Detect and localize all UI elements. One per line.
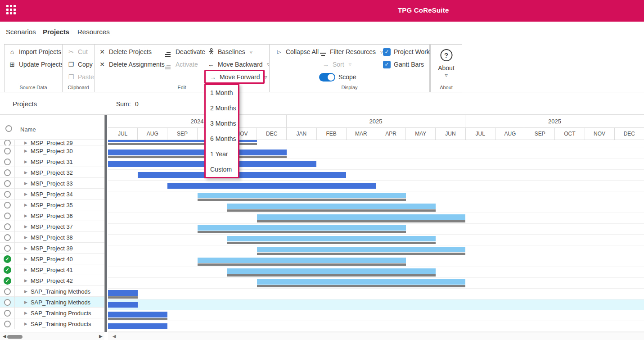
expand-triangle-icon[interactable]: ▶: [24, 289, 27, 294]
gantt-bar[interactable]: [198, 225, 406, 231]
gantt-bar[interactable]: [198, 193, 406, 198]
expand-triangle-icon[interactable]: ▶: [24, 322, 27, 326]
table-row[interactable]: ▶MSP_Project 33: [0, 178, 104, 189]
pane-splitter[interactable]: [104, 115, 107, 332]
menu-item[interactable]: 6 Months: [206, 131, 238, 146]
row-radio[interactable]: [4, 234, 11, 241]
gantt-row[interactable]: [108, 140, 644, 148]
about-button[interactable]: About: [431, 64, 462, 72]
gantt-row[interactable]: [108, 224, 644, 235]
gantt-bar[interactable]: [108, 323, 167, 329]
row-radio[interactable]: [4, 191, 11, 198]
menu-item[interactable]: 1 Month: [206, 85, 238, 100]
expand-triangle-icon[interactable]: ▶: [24, 257, 27, 261]
app-launcher-icon[interactable]: [6, 5, 18, 17]
tab-resources[interactable]: Resources: [77, 28, 110, 36]
gantt-h-scrollbar[interactable]: ◀: [108, 332, 644, 340]
update-projects-button[interactable]: ⊞ Update Projects: [9, 59, 64, 69]
select-all-radio[interactable]: [5, 125, 12, 132]
filter-resources-button[interactable]: Filter Resources ▽: [320, 47, 383, 57]
table-row[interactable]: ▶SAP_Training Products: [0, 308, 104, 318]
gantt-bar[interactable]: [227, 236, 436, 241]
expand-triangle-icon[interactable]: ▶: [24, 224, 27, 229]
expand-triangle-icon[interactable]: ▶: [24, 246, 27, 250]
gantt-bar[interactable]: [257, 214, 465, 220]
table-row[interactable]: ▶MSP_Project 30: [0, 145, 104, 156]
menu-item[interactable]: Custom: [206, 162, 238, 177]
table-row[interactable]: ▶MSP_Project 29: [0, 140, 104, 145]
toggle-on-icon[interactable]: [319, 73, 335, 82]
gantt-row[interactable]: [108, 321, 644, 332]
scope-toggle[interactable]: Scope: [319, 72, 356, 82]
gantt-bar[interactable]: [257, 279, 465, 285]
delete-projects-button[interactable]: ✕ Delete Projects: [99, 47, 152, 57]
table-row[interactable]: ▶MSP_Project 32: [0, 167, 104, 178]
project-work-checkbox[interactable]: ✓ Project Work: [383, 47, 430, 57]
row-radio[interactable]: [4, 148, 11, 154]
expand-triangle-icon[interactable]: ▶: [24, 213, 27, 218]
gantt-row[interactable]: [108, 278, 644, 289]
gantt-row[interactable]: [108, 181, 644, 191]
menu-item[interactable]: 2 Months: [206, 100, 238, 116]
gantt-bars-checkbox[interactable]: ✓ Gantt Bars: [383, 59, 424, 69]
gantt-row[interactable]: [108, 299, 644, 310]
table-h-scrollbar[interactable]: ◀ ▶: [0, 332, 104, 340]
gantt-bar[interactable]: [257, 247, 465, 252]
menu-item[interactable]: 1 Year: [206, 146, 238, 162]
table-row[interactable]: ✓▶MSP_Project 40: [0, 254, 104, 264]
expand-triangle-icon[interactable]: ▶: [24, 170, 27, 175]
gantt-row[interactable]: [108, 213, 644, 224]
deactivate-button[interactable]: Deactivate: [165, 47, 205, 57]
row-radio[interactable]: [4, 321, 11, 327]
row-radio[interactable]: [4, 223, 11, 230]
table-row[interactable]: ▶SAP_Training Methods: [0, 286, 104, 297]
table-row[interactable]: ▶MSP_Project 38: [0, 232, 104, 243]
gantt-bar[interactable]: [108, 150, 287, 155]
collapse-all-button[interactable]: ▷ Collapse All: [275, 47, 319, 57]
move-backward-button[interactable]: ← Move Backward ▽: [207, 59, 270, 69]
scroll-left-icon[interactable]: ◀: [113, 334, 116, 339]
question-mark-icon[interactable]: ?: [440, 49, 452, 61]
table-row[interactable]: ▶MSP_Project 35: [0, 199, 104, 210]
expand-triangle-icon[interactable]: ▶: [24, 192, 27, 196]
row-radio[interactable]: [4, 202, 11, 209]
table-row[interactable]: ▶MSP_Project 34: [0, 189, 104, 199]
expand-triangle-icon[interactable]: ▶: [24, 159, 27, 164]
gantt-bar[interactable]: [198, 258, 406, 263]
table-row[interactable]: ▶SAP_Training Methods: [0, 297, 104, 308]
row-radio[interactable]: [4, 245, 11, 252]
row-radio[interactable]: [4, 180, 11, 187]
expand-triangle-icon[interactable]: ▶: [24, 267, 27, 272]
gantt-row[interactable]: [108, 148, 644, 159]
gantt-row[interactable]: [108, 202, 644, 213]
move-forward-button[interactable]: → Move Forward ▽: [209, 72, 267, 82]
table-row[interactable]: ▶MSP_Project 39: [0, 243, 104, 254]
scroll-right-icon[interactable]: ▶: [99, 334, 103, 339]
import-projects-button[interactable]: ⌂ Import Projects: [9, 47, 61, 57]
table-row[interactable]: ▶MSP_Project 36: [0, 210, 104, 221]
baselines-button[interactable]: Baselines ▽: [207, 47, 252, 57]
tab-scenarios[interactable]: Scenarios: [6, 28, 36, 36]
gantt-row[interactable]: [108, 191, 644, 202]
scrollbar-thumb[interactable]: [7, 335, 23, 339]
row-radio[interactable]: [4, 310, 11, 317]
gantt-row[interactable]: [108, 289, 644, 299]
checked-status-icon[interactable]: ✓: [4, 277, 11, 285]
copy-button[interactable]: ❐ Copy: [68, 59, 93, 69]
checkbox-checked-icon[interactable]: ✓: [383, 61, 391, 68]
chevron-down-icon[interactable]: ▽: [431, 73, 462, 77]
gantt-row[interactable]: [108, 310, 644, 321]
checked-status-icon[interactable]: ✓: [4, 266, 11, 274]
row-radio[interactable]: [4, 169, 11, 176]
gantt-bar[interactable]: [108, 290, 138, 296]
gantt-row[interactable]: [108, 235, 644, 245]
checked-status-icon[interactable]: ✓: [4, 255, 11, 263]
cut-button[interactable]: ✂ Cut: [68, 47, 88, 57]
delete-assignments-button[interactable]: ✕ Delete Assignments: [99, 59, 165, 69]
checkbox-checked-icon[interactable]: ✓: [383, 48, 391, 56]
table-row[interactable]: ✓▶MSP_Project 41: [0, 264, 104, 275]
activate-button[interactable]: Activate: [165, 59, 198, 69]
gantt-bar[interactable]: [108, 302, 138, 308]
gantt-bar[interactable]: [108, 312, 167, 317]
expand-triangle-icon[interactable]: ▶: [24, 149, 27, 153]
